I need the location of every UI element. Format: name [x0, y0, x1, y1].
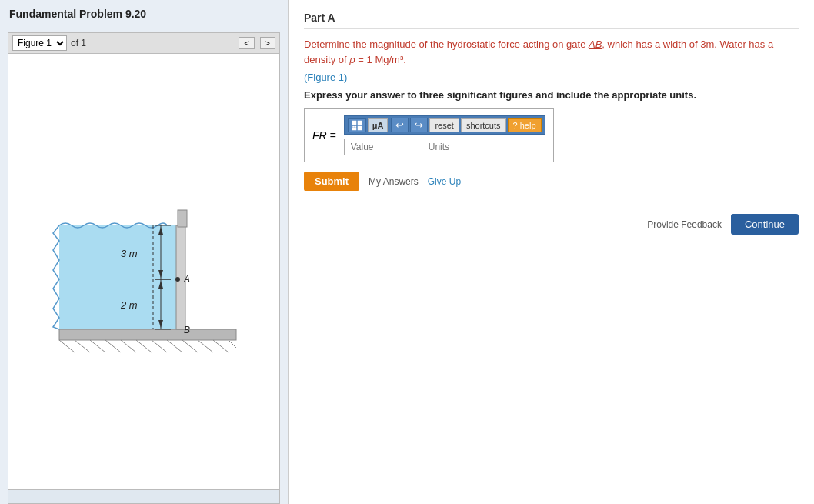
- svg-rect-0: [59, 329, 236, 340]
- svg-line-4: [105, 340, 121, 352]
- answer-row: FR = □□ μA: [312, 115, 545, 155]
- figure-select[interactable]: Figure 1: [12, 35, 67, 51]
- left-panel: Fundamental Problem 9.20 Figure 1 of 1 <…: [0, 0, 289, 504]
- help-btn[interactable]: ? help: [508, 118, 542, 132]
- value-input[interactable]: [345, 139, 422, 155]
- mu-btn[interactable]: μA: [368, 118, 389, 132]
- figure-prev-btn[interactable]: <: [239, 37, 254, 49]
- part-label: Part A: [304, 12, 799, 29]
- svg-line-2: [75, 340, 90, 352]
- svg-line-6: [136, 340, 152, 352]
- express-text: Express your answer to three significant…: [304, 89, 799, 101]
- svg-line-7: [152, 340, 167, 352]
- continue-btn[interactable]: Continue: [731, 214, 799, 235]
- matrix-icon-btn[interactable]: □□: [348, 118, 366, 132]
- svg-rect-34: [358, 121, 362, 125]
- figure-next-btn[interactable]: >: [260, 37, 275, 49]
- submit-btn[interactable]: Submit: [304, 172, 359, 191]
- submit-row: Submit My Answers Give Up: [304, 172, 799, 191]
- undo-btn[interactable]: ↩: [391, 118, 409, 132]
- svg-text:□□: □□: [352, 124, 357, 129]
- svg-line-10: [198, 340, 213, 352]
- problem-text: Determine the magnitude of the hydrostat…: [304, 37, 799, 67]
- reset-btn[interactable]: reset: [429, 118, 459, 132]
- svg-text:3 m: 3 m: [121, 248, 138, 259]
- figure-of-label: of 1: [71, 38, 86, 48]
- provide-feedback-link[interactable]: Provide Feedback: [647, 219, 722, 230]
- redo-btn[interactable]: ↪: [410, 118, 428, 132]
- svg-line-9: [182, 340, 198, 352]
- right-panel: Part A Determine the magnitude of the hy…: [289, 0, 814, 504]
- svg-line-5: [121, 340, 136, 352]
- figure-header: Figure 1 of 1 < >: [8, 33, 279, 54]
- figure-link[interactable]: (Figure 1): [304, 72, 347, 83]
- svg-text:2 m: 2 m: [120, 299, 138, 311]
- problem-title: Fundamental Problem 9.20: [0, 0, 288, 26]
- feedback-row: Provide Feedback Continue: [304, 214, 799, 235]
- svg-text:A: A: [183, 274, 190, 285]
- figure-canvas: 3 m A 2 m B: [8, 54, 279, 489]
- svg-rect-32: [178, 210, 187, 227]
- units-input[interactable]: [422, 139, 499, 155]
- my-answers-label: My Answers: [369, 176, 419, 187]
- svg-line-12: [229, 340, 236, 348]
- svg-point-22: [175, 277, 180, 282]
- svg-line-8: [167, 340, 182, 352]
- fr-label: FR =: [312, 129, 336, 142]
- figure-diagram: 3 m A 2 m B: [36, 187, 252, 356]
- svg-rect-36: [358, 126, 362, 130]
- formula-toolbar: □□ μA ↩ ↪ reset shortcuts ? help: [344, 115, 545, 135]
- input-fields: [344, 139, 545, 155]
- svg-line-1: [59, 340, 75, 352]
- figure-panel: Figure 1 of 1 < >: [8, 32, 280, 504]
- give-up-link[interactable]: Give Up: [428, 176, 461, 187]
- shortcuts-btn[interactable]: shortcuts: [461, 118, 506, 132]
- svg-line-11: [213, 340, 229, 352]
- answer-box: FR = □□ μA: [304, 108, 554, 162]
- svg-text:B: B: [184, 325, 190, 335]
- svg-line-3: [90, 340, 105, 352]
- figure-bottom-strip: [8, 489, 279, 503]
